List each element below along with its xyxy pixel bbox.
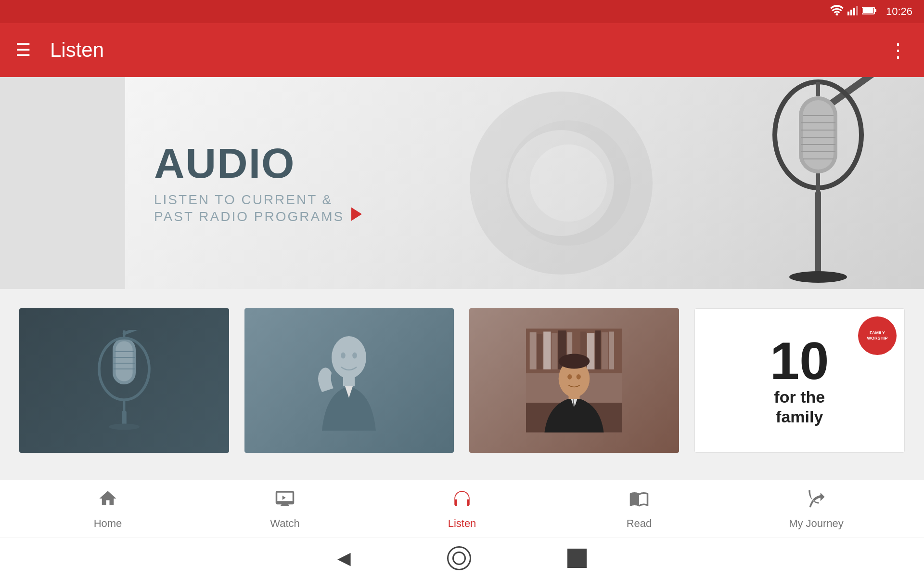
svg-rect-2 [850,10,852,15]
svg-point-33 [109,424,140,430]
nav-watch[interactable]: Watch [196,488,373,530]
svg-line-34 [124,330,163,333]
nav-watch-label: Watch [270,517,300,530]
svg-rect-51 [602,332,608,369]
svg-rect-6 [874,9,876,12]
nav-read-label: Read [627,517,652,530]
nav-home-label: Home [94,517,122,530]
menu-icon[interactable]: ☰ [15,40,31,60]
svg-line-8 [828,77,895,106]
content-grid: FAMILYWORSHIP 10 for thefamily [0,289,924,453]
nav-read[interactable]: Read [551,488,728,530]
svg-rect-42 [537,334,543,369]
nav-myjourney[interactable]: My Journey [728,488,905,530]
svg-rect-36 [343,375,355,386]
wifi-icon [830,5,844,18]
card-family[interactable]: FAMILYWORSHIP 10 for thefamily [694,308,905,453]
app-title: Listen [50,39,888,62]
svg-rect-44 [552,333,557,369]
banner-left-panel [0,77,125,289]
bottom-nav: Home Watch Listen Read M [0,480,924,538]
play-icon [351,208,362,221]
svg-rect-52 [609,331,614,369]
card-person[interactable] [244,308,454,453]
svg-rect-4 [856,6,858,15]
svg-point-57 [558,354,590,369]
back-button[interactable]: ◀ [337,548,351,568]
svg-point-0 [835,13,838,16]
recents-button[interactable] [567,549,587,568]
family-label: for thefamily [774,387,825,427]
home-button[interactable] [447,546,471,570]
battery-icon [862,5,876,18]
nav-listen[interactable]: Listen [373,488,551,530]
signal-icon [847,5,858,18]
card-portrait[interactable] [469,308,679,453]
svg-rect-50 [595,330,601,369]
family-number: 10 [770,334,829,387]
svg-rect-1 [847,12,849,15]
svg-rect-7 [863,8,873,13]
read-icon [629,488,649,513]
svg-rect-53 [615,334,622,369]
watch-icon [275,488,295,513]
svg-rect-3 [853,8,855,15]
nav-myjourney-label: My Journey [789,517,844,530]
svg-point-37 [341,353,346,359]
svg-rect-21 [815,190,821,277]
microphone-image [751,77,905,289]
status-bar: 10:26 [0,0,924,23]
svg-rect-24 [116,341,132,381]
system-nav: ◀ [0,538,924,578]
time-display: 10:26 [886,5,912,18]
nav-home[interactable]: Home [19,488,196,530]
svg-rect-43 [543,331,551,369]
home-icon [98,488,118,513]
banner-text-block: AUDIO LISTEN TO CURRENT & PAST RADIO PRO… [154,142,362,224]
svg-point-59 [576,374,580,380]
banner-main[interactable]: AUDIO LISTEN TO CURRENT & PAST RADIO PRO… [125,77,924,289]
nav-listen-label: Listen [448,517,476,530]
app-bar: ☰ Listen ⋮ [0,23,924,77]
banner[interactable]: AUDIO LISTEN TO CURRENT & PAST RADIO PRO… [0,77,924,289]
card-mic[interactable] [19,308,229,453]
svg-point-38 [352,353,357,359]
home-button-inner [452,552,466,565]
banner-audio-title: AUDIO [154,142,362,184]
myjourney-icon [806,488,826,513]
svg-point-22 [789,271,847,283]
family-worship-badge: FAMILYWORSHIP [858,316,897,355]
svg-point-58 [567,374,572,380]
svg-rect-41 [529,332,536,369]
svg-point-35 [332,336,366,379]
banner-subtitle: LISTEN TO CURRENT & PAST RADIO PROGRAMS [154,192,362,224]
more-options-icon[interactable]: ⋮ [888,39,909,61]
listen-icon [452,488,472,513]
